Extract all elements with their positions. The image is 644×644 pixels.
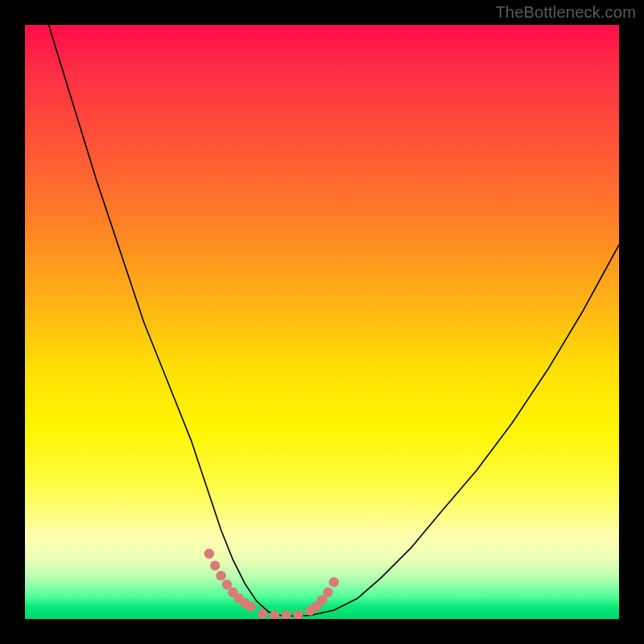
- marker-dot: [204, 549, 214, 559]
- watermark-text: TheBottleneck.com: [495, 3, 636, 22]
- marker-dot: [293, 610, 303, 619]
- bottleneck-curve: [49, 25, 619, 616]
- marker-dot: [323, 588, 332, 597]
- marker-dot: [216, 571, 225, 580]
- marker-dot: [258, 609, 267, 618]
- marker-dot: [246, 601, 255, 611]
- plot-area: [25, 25, 619, 619]
- marker-dot: [329, 577, 339, 587]
- chart-canvas: TheBottleneck.com: [0, 0, 644, 644]
- highlight-markers: [204, 549, 339, 619]
- marker-dot: [282, 610, 291, 619]
- marker-dot: [210, 560, 220, 570]
- marker-dot: [270, 610, 279, 619]
- chart-svg: [25, 25, 619, 619]
